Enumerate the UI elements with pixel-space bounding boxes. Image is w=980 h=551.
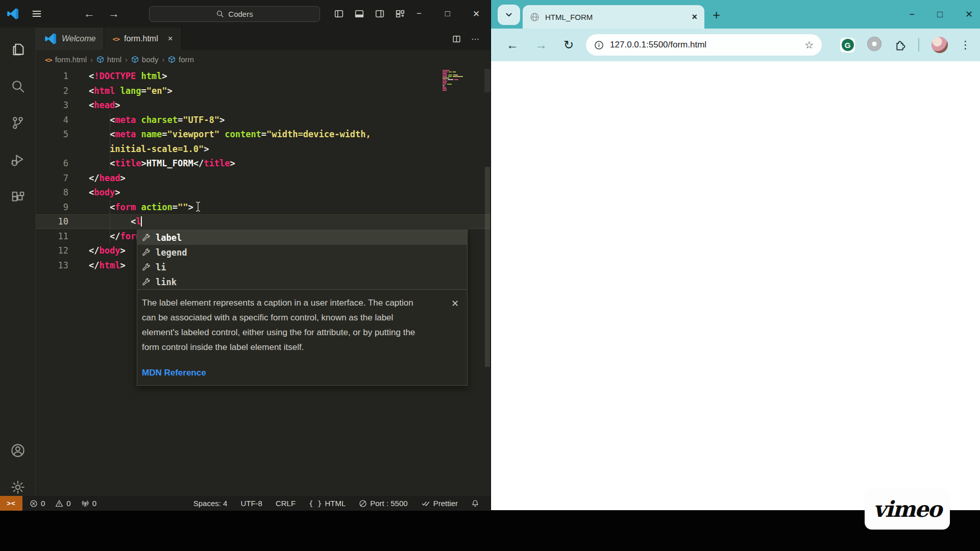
suggest-item-link[interactable]: link	[137, 274, 467, 289]
code-line-10[interactable]: 10 <l	[36, 214, 491, 229]
statusbar-item-html[interactable]: { }HTML	[309, 499, 346, 508]
bookmark-star-icon[interactable]: ☆	[804, 39, 814, 51]
suggest-item-legend[interactable]: legend	[137, 245, 467, 260]
command-search-box[interactable]: Coders	[149, 6, 320, 22]
site-info-icon[interactable]	[594, 40, 604, 50]
split-editor-icon[interactable]	[452, 35, 461, 43]
toggle-sidebar-icon[interactable]	[334, 9, 344, 18]
toggle-secondary-sidebar-icon[interactable]	[375, 9, 384, 18]
statusbar-item-crlf[interactable]: CRLF	[276, 499, 296, 508]
code-line-5[interactable]: 5 <meta name="viewport" content="width=d…	[36, 127, 491, 142]
statusbar-item-utf-8[interactable]: UTF-8	[240, 499, 262, 508]
browser-menu-icon[interactable]: ⋮	[960, 39, 971, 51]
code-line-3[interactable]: 3<head>	[36, 98, 491, 113]
code-line-6[interactable]: 6 <title>HTML_FORM</title>	[36, 156, 491, 171]
browser-maximize-button[interactable]: □	[937, 9, 943, 20]
toggle-panel-icon[interactable]	[355, 9, 364, 18]
editor-tab-form-html[interactable]: <>form.html×	[104, 28, 181, 50]
url-text[interactable]: 127.0.0.1:5500/form.html	[610, 40, 798, 50]
wrench-icon	[142, 248, 151, 257]
mdn-reference-link[interactable]: MDN Reference	[142, 368, 452, 378]
browser-window: HTML_FORM × + − □ ✕ ← → ↻ 127.0.0.1:5500…	[491, 0, 980, 510]
wrench-icon	[142, 233, 151, 242]
code-line-2[interactable]: 2<html lang="en">	[36, 84, 491, 98]
editor-tab-welcome[interactable]: Welcome	[36, 28, 104, 50]
history-back-icon[interactable]: ←	[84, 7, 95, 20]
symbol-cube-icon	[131, 56, 139, 63]
breadcrumb-item-html[interactable]: html	[96, 55, 121, 64]
maximize-button[interactable]: □	[433, 0, 462, 28]
address-bar[interactable]: 127.0.0.1:5500/form.html ☆	[586, 34, 822, 56]
history-forward-icon[interactable]: →	[108, 7, 119, 20]
tab-label: form.html	[124, 34, 158, 43]
statusbar-item-spaces-4[interactable]: Spaces: 4	[193, 499, 228, 508]
vscode-logo-icon	[44, 32, 57, 45]
breadcrumb-item-body[interactable]: body	[131, 55, 159, 64]
breadcrumb-separator: ›	[162, 56, 164, 64]
tab-search-button[interactable]	[498, 5, 520, 25]
line-number: 2	[36, 84, 68, 98]
indent-guide	[110, 214, 110, 229]
browser-close-button[interactable]: ✕	[965, 9, 973, 20]
minimap[interactable]	[443, 70, 482, 91]
code-line-4[interactable]: 4 <meta charset="UTF-8">	[36, 113, 491, 128]
editor-scrollbar[interactable]	[485, 167, 490, 367]
statusbar-item-port-5500[interactable]: Port : 5500	[359, 499, 407, 508]
warning-triangle-icon	[55, 499, 63, 508]
statusbar-item-prettier[interactable]: Prettier	[421, 499, 458, 508]
browser-tab[interactable]: HTML_FORM ×	[523, 5, 704, 29]
source-control-icon[interactable]	[0, 108, 36, 138]
grammarly-extension-icon[interactable]: G	[840, 38, 855, 53]
statusbar-item-0[interactable]: 0	[81, 499, 96, 508]
breadcrumb-separator: ›	[90, 56, 93, 64]
tab-close-icon[interactable]: ×	[168, 34, 173, 44]
line-number: 6	[36, 156, 68, 171]
tab-close-icon[interactable]: ×	[692, 12, 697, 22]
line-number	[36, 142, 68, 157]
statusbar-item-0[interactable]: 0	[30, 499, 45, 508]
vimeo-logo[interactable]: vimeo	[865, 488, 950, 530]
indent-guide	[110, 229, 110, 244]
code-line-8[interactable]: 8<body>	[36, 185, 491, 200]
run-debug-icon[interactable]	[0, 145, 36, 174]
indent-guide	[110, 200, 110, 215]
extension-badge-icon[interactable]	[867, 37, 881, 53]
profile-avatar[interactable]	[932, 37, 948, 53]
explorer-icon[interactable]	[0, 35, 36, 64]
symbol-cube-icon	[96, 56, 104, 63]
suggest-item-li[interactable]: li	[137, 260, 467, 274]
new-tab-button[interactable]: +	[713, 7, 720, 23]
browser-minimize-button[interactable]: −	[910, 9, 915, 20]
search-icon[interactable]	[0, 71, 36, 101]
minimize-button[interactable]: −	[405, 0, 433, 28]
customize-layout-icon[interactable]	[396, 9, 405, 18]
code-editor[interactable]: 1<!DOCTYPE html>2<html lang="en">3<head>…	[36, 69, 491, 496]
minimap-slider[interactable]	[484, 69, 491, 92]
suggest-item-label[interactable]: label	[137, 230, 467, 245]
line-number: 11	[36, 229, 68, 244]
breadcrumb-item-form[interactable]: form	[168, 55, 194, 64]
browser-back-icon[interactable]: ←	[506, 38, 519, 52]
browser-reload-icon[interactable]: ↻	[564, 38, 574, 52]
extensions-icon[interactable]	[0, 183, 36, 212]
breadcrumb-item-form-html[interactable]: <>form.html	[45, 55, 87, 64]
code-line-1[interactable]: 1<!DOCTYPE html>	[36, 69, 491, 84]
wrench-icon	[142, 278, 151, 286]
statusbar-item-0[interactable]: 0	[55, 499, 70, 508]
statusbar-item-bell[interactable]	[471, 499, 479, 508]
code-line-9[interactable]: 9 <form action="">	[36, 200, 491, 215]
editor-tabstrip: Welcome<>form.html× ⋯	[36, 28, 491, 50]
extensions-puzzle-icon[interactable]	[894, 39, 906, 51]
account-icon[interactable]	[0, 436, 36, 465]
code-line-7[interactable]: 7</head>	[36, 171, 491, 186]
suggest-widget: labellegendlilink The label element repr…	[137, 230, 468, 386]
menu-icon[interactable]	[32, 9, 42, 19]
suggest-doc-close-icon[interactable]: ✕	[451, 298, 459, 309]
remote-indicator[interactable]: ><	[0, 496, 22, 511]
broadcast-tower-icon	[81, 499, 89, 508]
line-number: 7	[36, 171, 68, 186]
code-line-wrap[interactable]: initial-scale=1.0">	[36, 142, 491, 157]
more-actions-icon[interactable]: ⋯	[471, 34, 479, 44]
browser-forward-icon[interactable]: →	[535, 38, 547, 52]
close-button[interactable]: ✕	[462, 0, 491, 28]
